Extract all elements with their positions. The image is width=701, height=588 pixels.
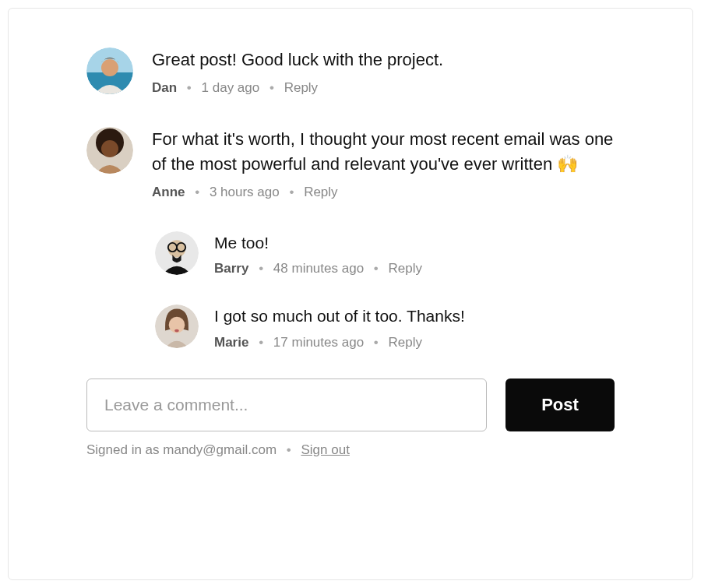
comment-text: For what it's worth, I thought your most… (152, 127, 615, 177)
signed-in-status: Signed in as mandy@gmail.com • Sign out (86, 442, 615, 458)
reply-link[interactable]: Reply (389, 261, 422, 276)
comment-time: 48 minutes ago (273, 261, 364, 276)
reply-link[interactable]: Reply (389, 335, 422, 350)
comment-reply: Me too! Barry • 48 minutes ago • Reply (155, 231, 615, 276)
comment-author: Dan (152, 80, 177, 95)
reply-link[interactable]: Reply (304, 185, 337, 199)
svg-point-3 (101, 59, 118, 76)
svg-point-16 (174, 329, 179, 333)
comment-text: Me too! (214, 231, 615, 255)
sign-out-link[interactable]: Sign out (301, 442, 349, 457)
separator-dot: • (374, 335, 379, 350)
comment-author: Anne (152, 185, 185, 199)
avatar (155, 305, 199, 348)
signed-in-prefix: Signed in as (86, 442, 163, 457)
separator-dot: • (287, 442, 291, 457)
signed-in-email: mandy@gmail.com (163, 442, 277, 457)
separator-dot: • (259, 335, 263, 350)
comment-input[interactable] (86, 379, 487, 431)
comment-text: Great post! Good luck with the project. (152, 48, 615, 72)
comment-time: 1 day ago (202, 80, 260, 95)
post-button[interactable]: Post (505, 379, 615, 431)
comment-meta: Barry • 48 minutes ago • Reply (214, 261, 615, 276)
comment-time: 17 minutes ago (273, 335, 364, 350)
comment-author: Marie (214, 335, 248, 350)
comments-card: Great post! Good luck with the project. … (8, 8, 693, 580)
separator-dot: • (269, 80, 274, 95)
comment-author: Barry (214, 261, 248, 276)
comment-meta: Marie • 17 minutes ago • Reply (214, 335, 615, 350)
comment-meta: Anne • 3 hours ago • Reply (152, 185, 615, 200)
separator-dot: • (187, 80, 192, 95)
comment-meta: Dan • 1 day ago • Reply (152, 80, 615, 96)
reply-link[interactable]: Reply (284, 80, 318, 95)
comment: Great post! Good luck with the project. … (86, 48, 615, 96)
comment-time: 3 hours ago (210, 185, 280, 199)
separator-dot: • (289, 185, 294, 199)
separator-dot: • (195, 185, 199, 199)
comment-reply: I got so much out of it too. Thanks! Mar… (155, 305, 615, 350)
avatar (86, 127, 133, 174)
comment-composer: Post (86, 379, 615, 431)
avatar (86, 48, 133, 94)
comment: For what it's worth, I thought your most… (86, 127, 615, 200)
comment-text: I got so much out of it too. Thanks! (214, 305, 615, 328)
svg-point-7 (101, 140, 118, 157)
separator-dot: • (259, 261, 263, 276)
separator-dot: • (374, 261, 379, 276)
avatar (155, 231, 199, 275)
